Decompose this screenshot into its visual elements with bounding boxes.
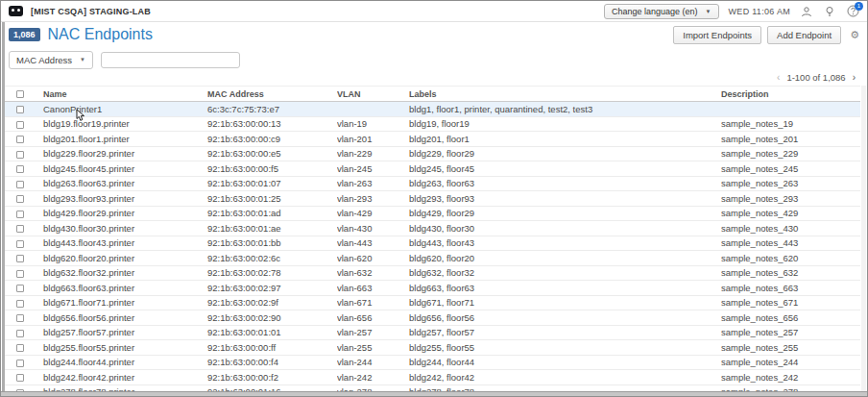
column-header-vlan[interactable]: VLAN: [337, 89, 409, 99]
search-input[interactable]: [101, 52, 240, 68]
row-checkbox[interactable]: [16, 195, 24, 203]
page-title: NAC Endpoints: [48, 26, 153, 43]
row-checkbox[interactable]: [16, 330, 24, 337]
row-checkbox[interactable]: [16, 106, 24, 113]
table-row[interactable]: bldg430.floor30.printer92:1b:63:00:01:ae…: [5, 221, 860, 236]
row-description-cell: sample_notes_620: [721, 253, 860, 263]
row-checkbox[interactable]: [16, 136, 24, 143]
row-name-cell[interactable]: bldg443.floor43.printer: [43, 237, 207, 248]
mist-logo-icon[interactable]: [9, 6, 23, 16]
table-row[interactable]: bldg620.floor20.printer92:1b:63:00:02:6c…: [5, 251, 860, 266]
table-row[interactable]: bldg443.floor43.printer92:1b:63:00:01:bb…: [5, 236, 860, 252]
row-checkbox[interactable]: [16, 181, 24, 188]
import-endpoints-button[interactable]: Import Endpoints: [673, 26, 761, 44]
row-checkbox[interactable]: [16, 374, 24, 382]
row-name-cell[interactable]: bldg257.floor57.printer: [43, 327, 207, 337]
row-description-cell: sample_notes_656: [721, 312, 860, 323]
row-mac-cell: 92:1b:63:00:01:25: [207, 193, 337, 204]
row-name-cell[interactable]: bldg671.floor71.printer: [43, 297, 207, 308]
row-checkbox[interactable]: [16, 121, 24, 129]
row-checkbox[interactable]: [16, 165, 24, 173]
row-vlan-cell: vlan-429: [337, 208, 409, 218]
row-description-cell: sample_notes_671: [721, 297, 860, 308]
table-row[interactable]: bldg229.floor29.printer92:1b:63:00:00:e5…: [5, 147, 860, 162]
row-checkbox-cell: [5, 178, 43, 188]
scrollbar-track[interactable]: [861, 86, 866, 391]
row-vlan-cell: vlan-443: [337, 237, 409, 248]
row-mac-cell: 92:1b:63:00:02:90: [207, 312, 337, 323]
table-row[interactable]: bldg257.floor57.printer92:1b:63:00:01:01…: [5, 326, 860, 341]
row-name-cell[interactable]: CanonPrinter1: [43, 104, 207, 114]
search-field-select[interactable]: MAC Address ▼: [9, 51, 93, 69]
table-row[interactable]: bldg201.floor1.printer92:1b:63:00:00:c9v…: [5, 132, 860, 147]
add-endpoint-button[interactable]: Add Endpoint: [767, 26, 841, 44]
table-row[interactable]: bldg19.floor19.printer92:1b:63:00:00:13v…: [5, 117, 860, 133]
whats-new-button[interactable]: [823, 5, 836, 18]
row-mac-cell: 6c:3c:7c:75:73:e7: [207, 104, 337, 114]
row-checkbox[interactable]: [16, 225, 24, 233]
table-row[interactable]: bldg293.floor93.printer92:1b:63:00:01:25…: [5, 191, 860, 207]
table-row[interactable]: bldg671.floor71.printer92:1b:63:00:02:9f…: [5, 296, 860, 311]
column-header-name[interactable]: Name: [43, 89, 207, 99]
row-checkbox[interactable]: [16, 211, 24, 218]
row-checkbox-cell: [5, 372, 43, 383]
row-vlan-cell: vlan-201: [337, 134, 409, 144]
row-name-cell[interactable]: bldg632.floor32.printer: [43, 267, 207, 278]
row-checkbox[interactable]: [16, 240, 24, 248]
row-name-cell[interactable]: bldg244.floor44.printer: [43, 357, 207, 367]
row-name-cell[interactable]: bldg429.floor29.printer: [43, 208, 207, 218]
row-labels-cell: bldg632, floor32: [409, 267, 721, 278]
row-labels-cell: bldg245, floor45: [409, 163, 721, 174]
row-description-cell: sample_notes_430: [721, 223, 860, 234]
user-account-button[interactable]: [800, 5, 813, 18]
row-checkbox[interactable]: [16, 314, 24, 322]
row-name-cell[interactable]: bldg620.floor20.printer: [43, 253, 207, 263]
help-button[interactable]: 1: [846, 5, 859, 18]
row-checkbox[interactable]: [16, 285, 24, 292]
row-mac-cell: 92:1b:63:00:01:ae: [207, 223, 337, 234]
table-row[interactable]: bldg242.floor42.printer92:1b:63:00:00:f2…: [5, 370, 860, 385]
row-name-cell[interactable]: bldg242.floor42.printer: [43, 372, 207, 383]
table-row[interactable]: bldg245.floor45.printer92:1b:63:00:00:f5…: [5, 161, 860, 177]
row-name-cell[interactable]: bldg293.floor93.printer: [43, 193, 207, 204]
table-row[interactable]: bldg429.floor29.printer92:1b:63:00:01:ad…: [5, 207, 860, 222]
row-name-cell[interactable]: bldg263.floor63.printer: [43, 178, 207, 188]
table-row[interactable]: bldg255.floor55.printer92:1b:63:00:00:ff…: [5, 340, 860, 356]
language-select[interactable]: Change language (en) ▼: [604, 4, 719, 19]
row-name-cell[interactable]: bldg201.floor1.printer: [43, 134, 207, 144]
table-row[interactable]: bldg263.floor63.printer92:1b:63:00:01:07…: [5, 177, 860, 192]
table-row[interactable]: bldg632.floor32.printer92:1b:63:00:02:78…: [5, 266, 860, 282]
row-name-cell[interactable]: bldg19.floor19.printer: [43, 118, 207, 129]
row-name-cell[interactable]: bldg430.floor30.printer: [43, 223, 207, 234]
row-checkbox[interactable]: [16, 270, 24, 278]
row-mac-cell: 92:1b:63:00:02:9f: [207, 297, 337, 308]
row-name-cell[interactable]: bldg656.floor56.printer: [43, 312, 207, 323]
table-row[interactable]: bldg244.floor44.printer92:1b:63:00:00:f4…: [5, 356, 860, 371]
column-header-labels[interactable]: Labels: [409, 89, 721, 99]
row-name-cell[interactable]: bldg663.floor63.printer: [43, 283, 207, 293]
row-vlan-cell: vlan-430: [337, 223, 409, 234]
table-row[interactable]: CanonPrinter16c:3c:7c:75:73:e7bldg1, flo…: [5, 102, 860, 117]
row-checkbox[interactable]: [16, 300, 24, 308]
row-checkbox[interactable]: [16, 255, 24, 262]
row-name-cell[interactable]: bldg255.floor55.printer: [43, 342, 207, 353]
row-description-cell: sample_notes_255: [721, 342, 860, 353]
row-checkbox[interactable]: [16, 360, 24, 367]
row-checkbox[interactable]: [16, 151, 24, 159]
row-name-cell[interactable]: bldg245.floor45.printer: [43, 163, 207, 174]
table-row[interactable]: bldg663.floor63.printer92:1b:63:00:02:97…: [5, 281, 860, 296]
column-header-mac[interactable]: MAC Address: [207, 89, 337, 99]
table-row[interactable]: bldg656.floor56.printer92:1b:63:00:02:90…: [5, 310, 860, 326]
row-name-cell[interactable]: bldg229.floor29.printer: [43, 148, 207, 159]
lightbulb-icon: [824, 6, 835, 17]
select-all-checkbox[interactable]: [16, 90, 24, 98]
column-header-description[interactable]: Description: [721, 89, 860, 99]
row-labels-cell: bldg656, floor56: [409, 312, 721, 323]
page-next-icon[interactable]: ›: [853, 72, 856, 83]
table-settings-icon[interactable]: ⚙: [850, 29, 859, 41]
page-prev-icon[interactable]: ‹: [777, 72, 780, 83]
notification-badge: 1: [855, 2, 863, 11]
row-checkbox-cell: [5, 342, 43, 353]
row-checkbox[interactable]: [16, 344, 24, 352]
row-description-cell: sample_notes_229: [721, 148, 860, 159]
